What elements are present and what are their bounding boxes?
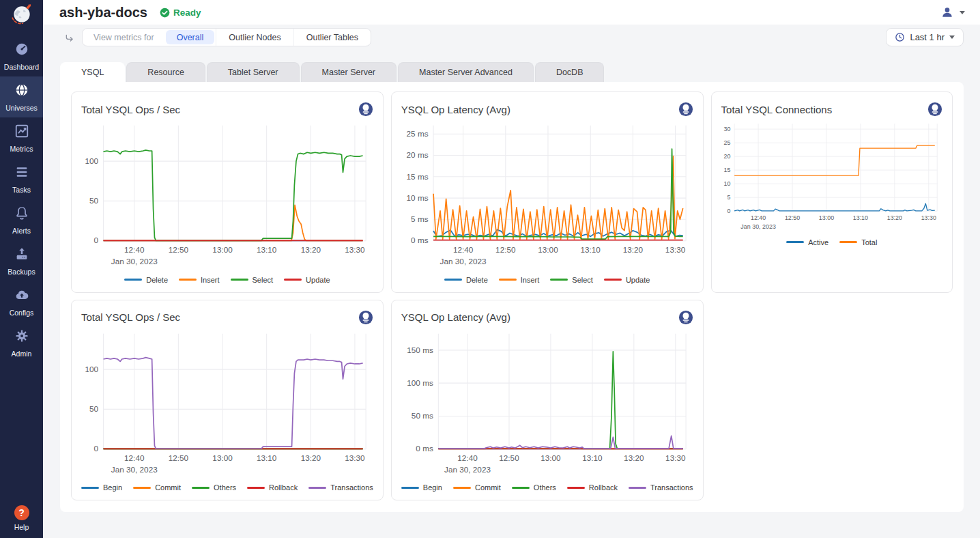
legend-item[interactable]: Insert — [179, 276, 220, 284]
legend-swatch — [231, 279, 248, 281]
svg-text:Jan 30, 2023: Jan 30, 2023 — [740, 223, 776, 230]
tab-resource[interactable]: Resource — [126, 62, 205, 82]
legend-swatch — [839, 241, 857, 243]
legend-item[interactable]: Select — [550, 276, 593, 284]
svg-text:13:20: 13:20 — [301, 245, 321, 254]
tab-outlier-tables[interactable]: Outlier Tables — [293, 29, 371, 46]
tab-outlier-nodes[interactable]: Outlier Nodes — [216, 29, 293, 46]
metrics-panel: Total YSQL Ops / Sec 05010012:4012:5013:… — [60, 82, 964, 512]
status-label: Ready — [173, 8, 201, 18]
sidebar-item-admin[interactable]: Admin — [0, 322, 43, 363]
svg-text:100 ms: 100 ms — [407, 378, 433, 387]
chart-title: YSQL Op Latency (Avg) — [401, 104, 510, 115]
legend-item[interactable]: Active — [786, 238, 828, 246]
svg-text:13:20: 13:20 — [887, 214, 902, 221]
svg-text:100: 100 — [85, 156, 98, 165]
main-content: ash-yba-docs Ready View metrics — [43, 0, 980, 538]
prometheus-link-icon[interactable] — [678, 102, 693, 117]
legend-item[interactable]: Commit — [453, 483, 501, 492]
prometheus-link-icon[interactable] — [678, 310, 693, 325]
svg-text:13:20: 13:20 — [624, 453, 644, 462]
sidebar-item-label: Dashboard — [4, 63, 39, 71]
legend-item[interactable]: Begin — [401, 483, 442, 492]
legend-item[interactable]: Update — [604, 276, 650, 284]
time-range-selector[interactable]: Last 1 hr — [886, 28, 964, 46]
legend-item[interactable]: Transactions — [308, 483, 373, 492]
legend-item[interactable]: Others — [192, 483, 236, 492]
sidebar-item-label: Admin — [12, 350, 32, 358]
svg-text:Jan 30, 2023: Jan 30, 2023 — [111, 465, 158, 474]
tab-tablet-server[interactable]: Tablet Server — [207, 62, 300, 82]
svg-text:50: 50 — [89, 404, 99, 413]
legend-item[interactable]: Rollback — [247, 483, 298, 492]
legend-item[interactable]: Delete — [124, 276, 168, 284]
svg-text:50 ms: 50 ms — [412, 411, 433, 420]
legend-item[interactable]: Commit — [133, 483, 181, 492]
svg-text:10: 10 — [723, 180, 730, 187]
svg-text:13:10: 13:10 — [257, 245, 277, 254]
sidebar-item-backups[interactable]: Backups — [0, 240, 43, 281]
svg-text:30: 30 — [723, 126, 730, 132]
svg-text:13:30: 13:30 — [921, 214, 936, 221]
svg-text:12:50: 12:50 — [495, 245, 516, 254]
tab-master-server-advanced[interactable]: Master Server Advanced — [398, 62, 534, 82]
sidebar-item-universes[interactable]: Universes — [0, 76, 43, 117]
subdirectory-arrow-icon — [64, 33, 75, 46]
legend-item[interactable]: Total — [839, 238, 877, 246]
svg-text:Jan 30, 2023: Jan 30, 2023 — [444, 465, 491, 474]
sidebar-item-metrics[interactable]: Metrics — [0, 117, 43, 158]
chart-card-ysql-op-latency: YSQL Op Latency (Avg) 0 ms5 ms10 ms15 ms… — [391, 91, 704, 293]
chart-legend: BeginCommitOthersRollbackTransactions — [401, 481, 693, 494]
sidebar-item-label: Tasks — [12, 186, 31, 194]
sidebar-item-help[interactable]: ? Help — [14, 505, 29, 531]
tab-master-server[interactable]: Master Server — [301, 62, 397, 82]
chart-legend: BeginCommitOthersRollbackTransactions — [81, 481, 373, 494]
chart-card-total-ysql-ops-transactions: Total YSQL Ops / Sec 05010012:4012:5013:… — [71, 300, 384, 501]
sidebar-item-label: Help — [14, 523, 29, 531]
legend-swatch — [567, 487, 585, 489]
legend-item[interactable]: Transactions — [629, 483, 693, 492]
sidebar-item-alerts[interactable]: Alerts — [0, 199, 43, 240]
sidebar-item-configs[interactable]: Configs — [0, 281, 43, 322]
sidebar-item-label: Alerts — [12, 227, 31, 235]
view-metrics-tab-group: View metrics for Overall Outlier Nodes O… — [82, 28, 371, 46]
svg-text:100: 100 — [85, 365, 98, 373]
sidebar-item-label: Backups — [8, 268, 35, 276]
svg-text:0: 0 — [93, 236, 98, 244]
svg-text:13:00: 13:00 — [538, 245, 558, 254]
chart-legend: DeleteInsertSelectUpdate — [81, 273, 373, 287]
svg-text:12:40: 12:40 — [453, 245, 474, 254]
tab-overall[interactable]: Overall — [166, 30, 215, 44]
svg-text:13:30: 13:30 — [345, 453, 365, 462]
svg-text:13:20: 13:20 — [622, 245, 643, 254]
legend-item[interactable]: Others — [512, 483, 556, 492]
tasks-icon — [14, 165, 29, 182]
legend-item[interactable]: Delete — [444, 276, 488, 284]
sidebar-item-dashboard[interactable]: Dashboard — [0, 36, 43, 76]
charts-grid: Total YSQL Ops / Sec 05010012:4012:5013:… — [71, 91, 953, 500]
chart-plot: 0 ms50 ms100 ms150 ms12:4012:5013:0013:1… — [401, 326, 693, 481]
chart-card-total-ysql-connections: Total YSQL Connections 05101520253012:40… — [711, 91, 953, 293]
app-root: Dashboard Universes Metrics Tasks — [0, 0, 980, 538]
legend-item[interactable]: Begin — [81, 483, 122, 492]
svg-text:13:10: 13:10 — [582, 453, 603, 462]
svg-text:25: 25 — [723, 139, 730, 146]
legend-item[interactable]: Rollback — [567, 483, 618, 492]
chart-legend: DeleteInsertSelectUpdate — [401, 273, 693, 287]
prometheus-link-icon[interactable] — [358, 102, 373, 117]
legend-item[interactable]: Insert — [499, 276, 540, 284]
tab-docdb[interactable]: DocDB — [535, 62, 605, 82]
tab-ysql[interactable]: YSQL — [60, 62, 125, 82]
legend-item[interactable]: Select — [231, 276, 274, 284]
user-menu[interactable] — [940, 5, 965, 19]
prometheus-link-icon[interactable] — [358, 310, 373, 325]
svg-text:13:10: 13:10 — [852, 214, 867, 221]
prometheus-link-icon[interactable] — [927, 102, 942, 117]
admin-icon — [14, 328, 29, 346]
sidebar-item-tasks[interactable]: Tasks — [0, 158, 43, 199]
legend-item[interactable]: Update — [284, 276, 330, 284]
chart-title: Total YSQL Ops / Sec — [81, 104, 180, 115]
legend-swatch — [133, 487, 151, 489]
metric-tab-bar: YSQL Resource Tablet Server Master Serve… — [60, 62, 964, 82]
chevron-down-icon — [960, 11, 965, 14]
